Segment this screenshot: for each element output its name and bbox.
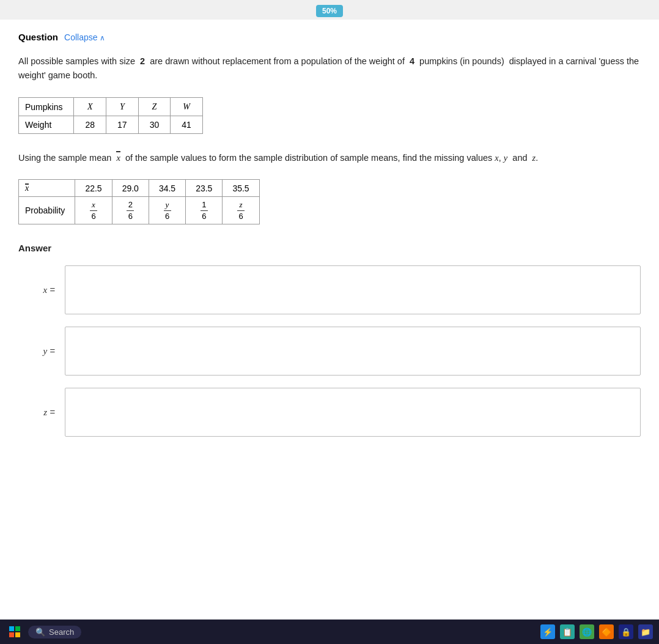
- problem-text: All possible samples with size 2 are dra…: [18, 54, 641, 83]
- taskbar-app-1[interactable]: ⚡: [540, 624, 555, 639]
- taskbar: 🔍 Search ⚡ 📋 🌐 🔶 🔒 📁: [0, 620, 659, 644]
- question-header: Question Collapse ∧: [18, 32, 641, 42]
- pumpkin-header-x: X: [74, 98, 106, 116]
- pumpkin-header-z: Z: [138, 98, 171, 116]
- fraction-numerator-2: 2: [127, 200, 134, 211]
- fraction-denominator-4: 6: [201, 211, 208, 221]
- probability-label: Probability: [19, 197, 75, 224]
- taskbar-app-5-icon: 🔒: [621, 627, 631, 637]
- taskbar-app-1-icon: ⚡: [543, 627, 553, 637]
- sample-val-5: 35.5: [223, 180, 259, 197]
- x-input[interactable]: [65, 265, 641, 314]
- taskbar-app-4[interactable]: 🔶: [599, 624, 614, 639]
- taskbar-app-3-icon: 🌐: [582, 627, 592, 637]
- fraction-denominator-1: 6: [90, 211, 97, 221]
- fraction-denominator-2: 6: [127, 211, 134, 221]
- taskbar-app-2-icon: 📋: [562, 627, 572, 637]
- fraction-denominator-3: 6: [164, 211, 171, 221]
- pumpkin-header-pumpkins: Pumpkins: [19, 98, 74, 116]
- taskbar-app-5[interactable]: 🔒: [619, 624, 633, 639]
- taskbar-search-label: Search: [49, 627, 74, 637]
- collapse-icon: ∧: [100, 34, 105, 42]
- taskbar-app-6-icon: 📁: [641, 627, 650, 637]
- pumpkin-weight-x: 28: [74, 116, 106, 134]
- fraction-1-6: 1 6: [201, 200, 208, 221]
- taskbar-app-3[interactable]: 🌐: [580, 624, 594, 639]
- y-input[interactable]: [65, 327, 641, 376]
- sample-xbar-label: x: [19, 180, 75, 197]
- answer-section: Answer x = y = z =: [18, 243, 641, 437]
- pumpkin-weight-z: 30: [138, 116, 171, 134]
- fraction-numerator-1: 1: [201, 200, 208, 211]
- fraction-denominator-5: 6: [237, 211, 245, 221]
- prob-val-3: y 6: [149, 197, 185, 224]
- sample-val-4: 23.5: [186, 180, 223, 197]
- question-label: Question: [18, 32, 58, 42]
- answer-row-x: x =: [18, 265, 641, 314]
- pumpkin-header-w: W: [171, 98, 203, 116]
- pumpkin-weight-label: Weight: [19, 116, 74, 134]
- pumpkin-weight-w: 41: [171, 116, 203, 134]
- z-input[interactable]: [65, 388, 641, 437]
- prob-val-1: x 6: [75, 197, 112, 224]
- x-bar-symbol: x: [116, 151, 120, 166]
- taskbar-app-6[interactable]: 📁: [638, 624, 653, 639]
- collapse-text: Collapse: [64, 32, 97, 42]
- taskbar-app-2[interactable]: 📋: [560, 624, 575, 639]
- main-content: Question Collapse ∧ All possible samples…: [0, 20, 659, 619]
- prob-val-2: 2 6: [112, 197, 149, 224]
- progress-badge: 50%: [316, 5, 343, 17]
- search-icon: 🔍: [35, 627, 45, 637]
- answer-row-y: y =: [18, 327, 641, 376]
- pumpkin-weight-y: 17: [106, 116, 139, 134]
- fraction-numerator-x: x: [90, 200, 97, 211]
- pumpkin-header-y: Y: [106, 98, 139, 116]
- fraction-numerator-y: y: [164, 200, 171, 211]
- pumpkin-table: Pumpkins X Y Z W Weight 28 17 30 41: [18, 97, 203, 134]
- taskbar-app-4-icon: 🔶: [602, 627, 611, 637]
- fraction-2-6: 2 6: [127, 200, 134, 221]
- answer-row-z: z =: [18, 388, 641, 437]
- xbar-header: x: [25, 183, 29, 193]
- fraction-z-6: z 6: [237, 200, 245, 221]
- z-equals-label: z =: [18, 407, 55, 418]
- fraction-numerator-z: z: [237, 200, 245, 211]
- prob-val-4: 1 6: [186, 197, 223, 224]
- fraction-x-6: x 6: [90, 200, 97, 221]
- windows-start-button[interactable]: [6, 623, 23, 640]
- sample-table: x 22.5 29.0 34.5 23.5 35.5 Probability x…: [18, 179, 260, 224]
- prob-val-5: z 6: [223, 197, 259, 224]
- taskbar-search-bar[interactable]: 🔍 Search: [28, 626, 81, 638]
- y-equals-label: y =: [18, 346, 55, 357]
- collapse-link[interactable]: Collapse ∧: [64, 32, 105, 42]
- x-equals-label: x =: [18, 284, 55, 295]
- answer-label: Answer: [18, 243, 641, 253]
- top-bar: 50%: [0, 0, 659, 20]
- sample-val-3: 34.5: [149, 180, 185, 197]
- fraction-y-6: y 6: [164, 200, 171, 221]
- sample-val-2: 29.0: [112, 180, 149, 197]
- windows-logo-icon: [9, 626, 20, 637]
- taskbar-icons-group: ⚡ 📋 🌐 🔶 🔒 📁: [540, 624, 653, 639]
- sample-val-1: 22.5: [75, 180, 112, 197]
- sample-text: Using the sample mean x of the sample va…: [18, 151, 641, 166]
